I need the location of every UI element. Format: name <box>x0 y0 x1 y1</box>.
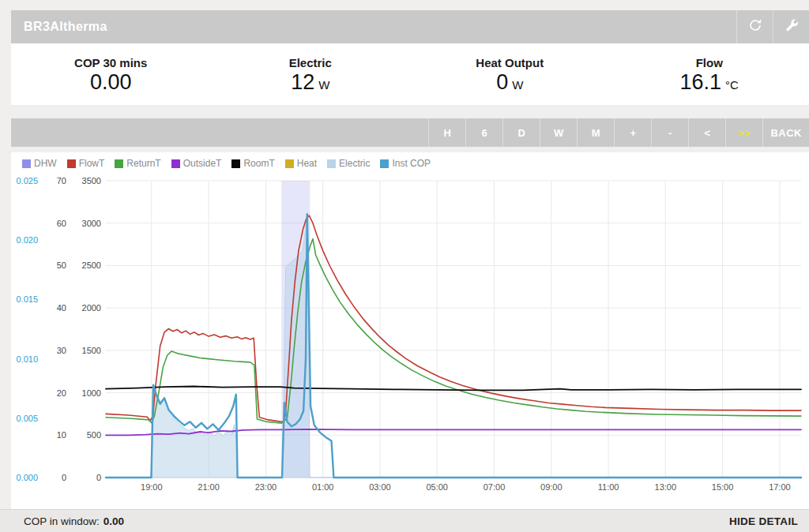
stat-number: 0.00 <box>90 70 132 94</box>
svg-text:0.005: 0.005 <box>16 414 38 423</box>
legend-swatch-dhw <box>22 159 31 168</box>
legend-label: FlowT <box>79 158 105 169</box>
svg-text:2000: 2000 <box>82 303 101 313</box>
svg-text:30: 30 <box>57 346 66 355</box>
toolbar-button-week[interactable]: W <box>540 118 577 147</box>
svg-text:50: 50 <box>57 260 66 270</box>
wrench-icon <box>785 18 799 36</box>
app-header: BR3Altherma <box>11 10 809 43</box>
svg-text:23:00: 23:00 <box>255 482 277 492</box>
svg-text:15:00: 15:00 <box>712 482 734 492</box>
cop-window-value: 0.00 <box>103 515 124 527</box>
legend-label: Heat <box>297 158 317 169</box>
svg-text:07:00: 07:00 <box>484 482 506 492</box>
legend-item-heat[interactable]: Heat <box>285 158 317 169</box>
legend-swatch-instcop <box>380 159 389 168</box>
svg-text:11:00: 11:00 <box>598 482 619 492</box>
svg-text:0.020: 0.020 <box>16 235 38 245</box>
stat-unit: W <box>318 78 329 92</box>
svg-text:13:00: 13:00 <box>655 482 677 492</box>
stat-label: Heat Output <box>476 56 544 69</box>
toolbar-button-six-hours[interactable]: 6 <box>465 118 502 147</box>
svg-text:03:00: 03:00 <box>369 482 391 492</box>
svg-text:09:00: 09:00 <box>540 482 563 492</box>
svg-text:19:00: 19:00 <box>141 482 163 492</box>
settings-wrench-button[interactable] <box>773 10 809 43</box>
refresh-button[interactable] <box>736 10 773 43</box>
stat-number: 0 <box>496 70 508 94</box>
footer-bar: COP in window:0.00 HIDE DETAIL <box>0 509 809 532</box>
legend-item-instcop[interactable]: Inst COP <box>380 158 431 169</box>
svg-text:10: 10 <box>57 430 66 440</box>
legend-item-flowt[interactable]: FlowT <box>67 158 105 169</box>
toolbar-button-day[interactable]: D <box>502 118 540 147</box>
stat-number: 16.1 <box>680 70 722 94</box>
svg-text:3000: 3000 <box>82 219 101 228</box>
svg-text:05:00: 05:00 <box>426 482 448 492</box>
hide-detail-button[interactable]: HIDE DETAIL <box>729 515 809 527</box>
svg-text:0.025: 0.025 <box>16 176 38 185</box>
cop-window-summary: COP in window:0.00 <box>0 515 729 527</box>
legend-swatch-heat <box>285 159 294 168</box>
stat-value: 16.1°C <box>680 72 739 93</box>
chart-svg[interactable]: 0.0000.0050.0100.0150.0200.0250102030405… <box>11 168 809 496</box>
legend-label: Electric <box>339 158 370 169</box>
svg-text:500: 500 <box>87 430 101 440</box>
stat-unit: °C <box>725 78 739 92</box>
svg-text:1500: 1500 <box>82 346 101 355</box>
legend-label: RoomT <box>243 158 274 169</box>
svg-text:01:00: 01:00 <box>312 482 334 492</box>
stat-unit: W <box>512 78 523 92</box>
legend-item-outsidet[interactable]: OutsideT <box>171 158 222 169</box>
chart-panel: DHWFlowTReturnTOutsideTRoomTHeatElectric… <box>11 152 809 509</box>
stat-label: Flow <box>696 56 723 69</box>
stat-value: 0.00 <box>90 72 132 93</box>
stat-value: 12W <box>291 72 329 93</box>
legend-swatch-roomt <box>231 159 240 168</box>
toolbar-button-month[interactable]: M <box>577 118 614 147</box>
svg-text:3500: 3500 <box>82 176 101 185</box>
svg-text:0: 0 <box>96 473 101 482</box>
refresh-icon <box>748 18 762 36</box>
svg-text:40: 40 <box>57 303 66 313</box>
legend-item-roomt[interactable]: RoomT <box>231 158 274 169</box>
svg-text:0: 0 <box>62 473 66 482</box>
legend-label: ReturnT <box>126 158 160 169</box>
legend-label: Inst COP <box>392 158 431 169</box>
svg-text:17:00: 17:00 <box>769 482 791 492</box>
stat-cop-30-mins: COP 30 mins0.00 <box>11 43 211 105</box>
stat-label: COP 30 mins <box>74 56 147 69</box>
legend-swatch-flowt <box>67 159 76 168</box>
stat-electric: Electric12W <box>211 43 411 105</box>
svg-text:20: 20 <box>57 388 66 398</box>
stat-heat-output: Heat Output0W <box>410 43 610 105</box>
chart-legend: DHWFlowTReturnTOutsideTRoomTHeatElectric… <box>11 152 809 168</box>
legend-swatch-outsidet <box>171 159 180 168</box>
page-title: BR3Altherma <box>11 20 736 34</box>
cop-window-label: COP in window: <box>24 515 100 527</box>
toolbar-button-hour[interactable]: H <box>428 118 465 147</box>
svg-text:0.000: 0.000 <box>16 473 38 482</box>
legend-item-returnt[interactable]: ReturnT <box>115 158 160 169</box>
legend-swatch-returnt <box>115 159 123 168</box>
legend-item-electric[interactable]: Electric <box>327 158 370 169</box>
svg-text:21:00: 21:00 <box>198 482 220 492</box>
stat-value: 0W <box>496 72 523 93</box>
toolbar-button-zoom-in[interactable]: + <box>614 118 651 147</box>
svg-text:0.015: 0.015 <box>16 294 38 304</box>
svg-text:60: 60 <box>57 219 66 228</box>
svg-text:1000: 1000 <box>82 388 101 398</box>
legend-label: DHW <box>34 158 57 169</box>
svg-text:2500: 2500 <box>82 260 101 270</box>
toolbar-button-pan-left[interactable]: < <box>688 118 725 147</box>
toolbar-button-back[interactable]: BACK <box>762 118 809 147</box>
legend-swatch-electric <box>327 159 336 168</box>
legend-label: OutsideT <box>183 158 222 169</box>
stat-label: Electric <box>289 56 332 69</box>
stat-flow: Flow16.1°C <box>610 43 809 105</box>
toolbar: H6DWM+-<>>BACK <box>11 118 809 147</box>
legend-item-dhw[interactable]: DHW <box>22 158 57 169</box>
toolbar-button-pan-right[interactable]: >> <box>725 118 762 147</box>
toolbar-button-zoom-out[interactable]: - <box>651 118 688 147</box>
svg-text:0.010: 0.010 <box>16 354 38 364</box>
